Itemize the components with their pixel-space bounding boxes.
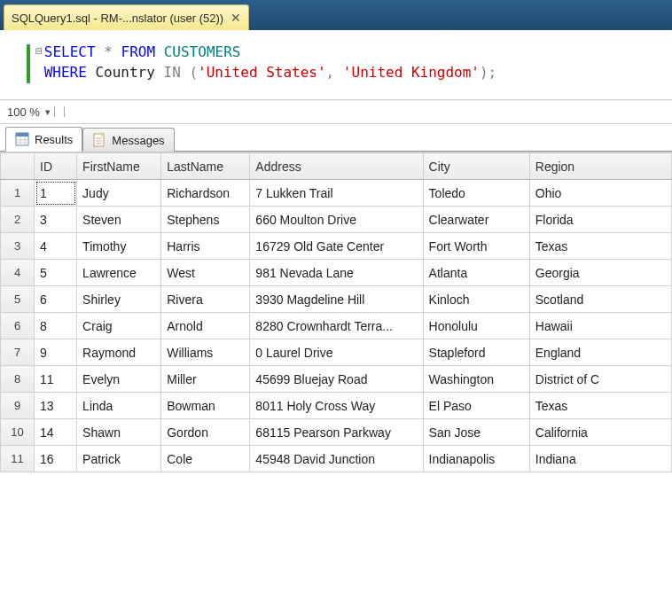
splitter-handle-icon[interactable] (54, 106, 65, 117)
cell-id[interactable]: 11 (35, 366, 77, 393)
cell-address[interactable]: 0 Laurel Drive (250, 339, 423, 366)
cell-region[interactable]: Florida (529, 207, 671, 233)
cell-id[interactable]: 9 (35, 339, 77, 366)
cell-id[interactable]: 4 (35, 233, 77, 260)
cell-region[interactable]: Georgia (529, 260, 671, 286)
cell-city[interactable]: Toledo (423, 180, 529, 207)
cell-lastname[interactable]: Bowman (161, 393, 250, 419)
table-row[interactable]: 68CraigArnold8280 Crownhardt Terra...Hon… (1, 313, 672, 339)
cell-city[interactable]: Kinloch (423, 286, 529, 313)
cell-id[interactable]: 13 (35, 393, 77, 419)
cell-lastname[interactable]: Cole (161, 446, 250, 472)
table-row[interactable]: 913LindaBowman8011 Holy Cross WayEl Paso… (1, 393, 672, 419)
zoom-dropdown-icon[interactable]: ▾ (45, 106, 51, 118)
table-row[interactable]: 1116PatrickCole45948 David JunctionIndia… (1, 446, 672, 472)
tab-results[interactable]: Results (5, 127, 82, 152)
cell-region[interactable]: Scotland (529, 286, 671, 313)
table-row[interactable]: 11JudyRichardson7 Lukken TrailToledoOhio (1, 180, 672, 207)
cell-region[interactable]: Texas (529, 393, 671, 419)
cell-address[interactable]: 8280 Crownhardt Terra... (250, 313, 423, 339)
cell-lastname[interactable]: Richardson (161, 180, 250, 207)
row-number[interactable]: 5 (1, 286, 35, 313)
row-number[interactable]: 4 (1, 260, 35, 286)
cell-address[interactable]: 8011 Holy Cross Way (250, 393, 423, 419)
cell-region[interactable]: Indiana (529, 446, 671, 472)
cell-id[interactable]: 16 (35, 446, 77, 472)
cell-firstname[interactable]: Judy (77, 180, 161, 207)
cell-firstname[interactable]: Linda (77, 393, 161, 419)
row-number[interactable]: 11 (1, 446, 35, 472)
cell-city[interactable]: Fort Worth (423, 233, 529, 260)
cell-id[interactable]: 1 (35, 180, 77, 207)
table-row[interactable]: 45LawrenceWest981 Nevada LaneAtlantaGeor… (1, 260, 672, 286)
row-number[interactable]: 10 (1, 419, 35, 446)
row-number[interactable]: 7 (1, 339, 35, 366)
col-id[interactable]: ID (35, 153, 77, 180)
cell-id[interactable]: 5 (35, 260, 77, 286)
cell-lastname[interactable]: Arnold (161, 313, 250, 339)
cell-city[interactable]: Stapleford (423, 339, 529, 366)
cell-id[interactable]: 3 (35, 207, 77, 233)
cell-city[interactable]: Washington (423, 366, 529, 393)
table-row[interactable]: 56ShirleyRivera3930 Magdeline HillKinloc… (1, 286, 672, 313)
cell-city[interactable]: Clearwater (423, 207, 529, 233)
cell-city[interactable]: Atlanta (423, 260, 529, 286)
col-firstname[interactable]: FirstName (77, 153, 161, 180)
cell-address[interactable]: 7 Lukken Trail (250, 180, 423, 207)
cell-city[interactable]: Honolulu (423, 313, 529, 339)
table-row[interactable]: 79RaymondWilliams0 Laurel DriveStaplefor… (1, 339, 672, 366)
tab-messages[interactable]: Messages (82, 128, 174, 152)
cell-lastname[interactable]: Harris (161, 233, 250, 260)
cell-lastname[interactable]: Stephens (161, 207, 250, 233)
cell-lastname[interactable]: Miller (161, 366, 250, 393)
cell-lastname[interactable]: West (161, 260, 250, 286)
cell-lastname[interactable]: Gordon (161, 419, 250, 446)
cell-address[interactable]: 68115 Pearson Parkway (250, 419, 423, 446)
col-lastname[interactable]: LastName (161, 153, 250, 180)
cell-address[interactable]: 45699 Bluejay Road (250, 366, 423, 393)
cell-address[interactable]: 16729 Old Gate Center (250, 233, 423, 260)
row-number[interactable]: 8 (1, 366, 35, 393)
cell-region[interactable]: District of C (529, 366, 671, 393)
cell-id[interactable]: 6 (35, 286, 77, 313)
cell-firstname[interactable]: Shawn (77, 419, 161, 446)
sql-editor[interactable]: ⊟SELECT * FROM CUSTOMERS WHERE Country I… (0, 30, 672, 99)
col-city[interactable]: City (423, 153, 529, 180)
cell-firstname[interactable]: Evelyn (77, 366, 161, 393)
cell-firstname[interactable]: Timothy (77, 233, 161, 260)
row-number[interactable]: 1 (1, 180, 35, 207)
cell-city[interactable]: Indianapolis (423, 446, 529, 472)
cell-lastname[interactable]: Williams (161, 339, 250, 366)
col-region[interactable]: Region (529, 153, 671, 180)
cell-address[interactable]: 981 Nevada Lane (250, 260, 423, 286)
cell-firstname[interactable]: Raymond (77, 339, 161, 366)
table-row[interactable]: 811EvelynMiller45699 Bluejay RoadWashing… (1, 366, 672, 393)
row-number[interactable]: 6 (1, 313, 35, 339)
document-tab[interactable]: SQLQuery1.sql - RM-...nslator (user (52)… (4, 4, 249, 30)
row-number[interactable]: 3 (1, 233, 35, 260)
cell-region[interactable]: California (529, 419, 671, 446)
row-number[interactable]: 9 (1, 393, 35, 419)
cell-firstname[interactable]: Lawrence (77, 260, 161, 286)
results-grid[interactable]: ID FirstName LastName Address City Regio… (0, 152, 672, 616)
cell-firstname[interactable]: Steven (77, 207, 161, 233)
cell-firstname[interactable]: Craig (77, 313, 161, 339)
table-row[interactable]: 1014ShawnGordon68115 Pearson ParkwaySan … (1, 419, 672, 446)
close-icon[interactable]: ✕ (231, 11, 241, 25)
cell-lastname[interactable]: Rivera (161, 286, 250, 313)
cell-id[interactable]: 14 (35, 419, 77, 446)
zoom-level[interactable]: 100 % (7, 105, 40, 119)
cell-id[interactable]: 8 (35, 313, 77, 339)
col-address[interactable]: Address (250, 153, 423, 180)
row-number[interactable]: 2 (1, 207, 35, 233)
table-row[interactable]: 23StevenStephens660 Moulton DriveClearwa… (1, 207, 672, 233)
cell-region[interactable]: Texas (529, 233, 671, 260)
cell-region[interactable]: Ohio (529, 180, 671, 207)
cell-address[interactable]: 660 Moulton Drive (250, 207, 423, 233)
cell-firstname[interactable]: Shirley (77, 286, 161, 313)
cell-region[interactable]: England (529, 339, 671, 366)
collapse-icon[interactable]: ⊟ (35, 44, 43, 58)
cell-city[interactable]: El Paso (423, 393, 529, 419)
table-row[interactable]: 34TimothyHarris16729 Old Gate CenterFort… (1, 233, 672, 260)
cell-city[interactable]: San Jose (423, 419, 529, 446)
